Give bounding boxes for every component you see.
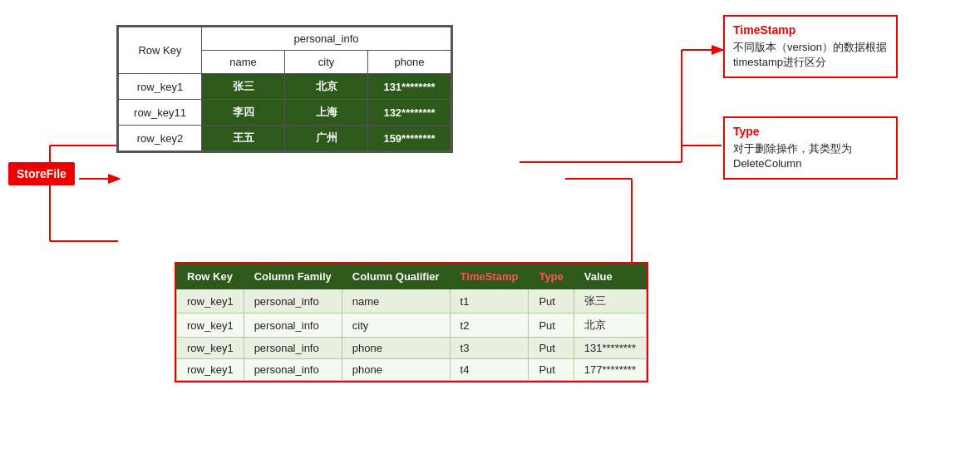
top-data-cell: 张三 (202, 74, 285, 100)
top-data-cell: 131******** (368, 74, 451, 100)
bottom-data-cell: row_key1 (177, 359, 244, 381)
bottom-data-cell: 张三 (574, 289, 646, 313)
bottom-table-row: row_key1personal_infophonet4Put177******… (177, 359, 647, 381)
bottom-table-row: row_key1personal_infonamet1Put张三 (177, 289, 647, 313)
bottom-table: Row KeyColumn FamilyColumn QualifierTime… (176, 264, 647, 381)
bottom-table-row: row_key1personal_infophonet3Put131******… (177, 338, 647, 359)
type-title: Type (733, 125, 888, 138)
top-table-wrapper: Row Key personal_info name city phone ro… (116, 25, 453, 153)
bottom-col-header: Row Key (177, 264, 244, 289)
top-table-row: row_key11李四上海132******** (119, 100, 451, 126)
top-data-cell: 李四 (202, 100, 285, 126)
bottom-table-wrapper: Row KeyColumn FamilyColumn QualifierTime… (175, 262, 648, 383)
top-row-key: row_key2 (119, 126, 202, 151)
bottom-data-cell: name (342, 289, 450, 313)
top-data-cell: 132******** (368, 100, 451, 126)
top-table-row: row_key1张三北京131******** (119, 74, 451, 100)
top-row-key: row_key11 (119, 100, 202, 126)
col-city-header: city (285, 51, 368, 74)
personal-info-header: personal_info (202, 27, 451, 51)
bottom-data-cell: personal_info (244, 313, 342, 338)
info-box-timestamp: TimeStamp 不同版本（version）的数据根据timestamp进行区… (723, 15, 898, 78)
col-name-header: name (202, 51, 285, 74)
bottom-col-header: Type (529, 264, 574, 289)
bottom-data-cell: t4 (450, 359, 529, 381)
top-data-cell: 北京 (285, 74, 368, 100)
storefile-label: StoreFile (8, 162, 75, 185)
timestamp-text: 不同版本（version）的数据根据timestamp进行区分 (733, 40, 888, 70)
bottom-data-cell: t2 (450, 313, 529, 338)
bottom-col-header: Column Family (244, 264, 342, 289)
top-table-row: row_key2王五广州159******** (119, 126, 451, 151)
bottom-data-cell: row_key1 (177, 289, 244, 313)
bottom-data-cell: 北京 (574, 313, 646, 338)
bottom-data-cell: Put (529, 313, 574, 338)
bottom-data-cell: 131******** (574, 338, 646, 359)
bottom-data-cell: row_key1 (177, 338, 244, 359)
bottom-col-header: Value (574, 264, 646, 289)
top-data-cell: 王五 (202, 126, 285, 151)
top-row-key: row_key1 (119, 74, 202, 100)
bottom-data-cell: city (342, 313, 450, 338)
info-box-type: Type 对于删除操作，其类型为DeleteColumn (723, 116, 898, 180)
top-data-cell: 上海 (285, 100, 368, 126)
bottom-data-cell: phone (342, 359, 450, 381)
bottom-data-cell: personal_info (244, 289, 342, 313)
bottom-data-cell: t3 (450, 338, 529, 359)
bottom-col-header: Column Qualifier (342, 264, 450, 289)
bottom-data-cell: Put (529, 359, 574, 381)
row-key-header: Row Key (119, 27, 202, 74)
bottom-data-cell: phone (342, 338, 450, 359)
main-container: StoreFile Row Key personal_info name cit… (0, 0, 980, 464)
bottom-data-cell: row_key1 (177, 313, 244, 338)
bottom-data-cell: Put (529, 338, 574, 359)
type-text: 对于删除操作，其类型为DeleteColumn (733, 141, 888, 171)
top-table: Row Key personal_info name city phone ro… (118, 27, 451, 151)
col-phone-header: phone (368, 51, 451, 74)
bottom-data-cell: Put (529, 289, 574, 313)
bottom-data-cell: t1 (450, 289, 529, 313)
top-data-cell: 159******** (368, 126, 451, 151)
bottom-data-cell: 177******** (574, 359, 646, 381)
bottom-table-row: row_key1personal_infocityt2Put北京 (177, 313, 647, 338)
bottom-data-cell: personal_info (244, 359, 342, 381)
timestamp-title: TimeStamp (733, 23, 888, 37)
bottom-data-cell: personal_info (244, 338, 342, 359)
bottom-col-header: TimeStamp (450, 264, 529, 289)
top-data-cell: 广州 (285, 126, 368, 151)
